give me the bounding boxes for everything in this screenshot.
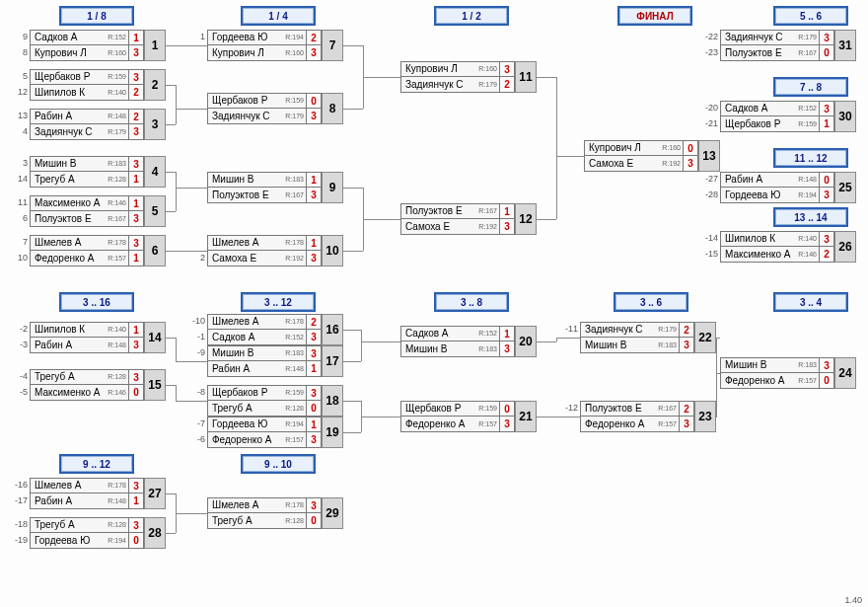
bracket-connector [363,219,364,251]
bracket-connector [166,338,176,339]
bracket-connector [343,361,361,362]
player-name: Федоренко АR:157 [580,417,679,432]
seed: 6 [10,213,28,223]
player-score: 0 [499,401,515,417]
player-score: 3 [679,417,694,432]
seed: -7 [187,418,205,428]
bracket-connector [361,341,400,342]
player-score: 3 [499,341,515,357]
bracket-connector [343,109,363,110]
match-27: 27Шмелев АR:1783Рабин АR:1481 [30,478,166,509]
player-name: Полуэктов ЕR:167 [580,401,679,417]
seed: -4 [10,371,28,381]
bracket-connector [363,188,364,219]
player-score: 1 [306,361,322,377]
seed: -20 [700,103,718,113]
player-score: 3 [128,156,144,172]
match-10: 10Шмелев АR:1781Самоха ЕR:1923 [207,235,343,266]
player-score: 3 [128,517,144,533]
bracket-connector [176,338,177,361]
bracket-connector [343,330,361,331]
match-29: 29Шмелев АR:1783Трегуб АR:1280 [207,497,343,529]
player-name: Шмелев АR:178 [207,314,306,330]
player-score: 3 [819,101,834,116]
player-name: Шмелев АR:178 [207,497,306,513]
seed: 10 [10,253,28,263]
seed: -10 [187,316,205,326]
player-name: Самоха ЕR:192 [584,156,683,172]
seed: -23 [700,47,718,57]
bracket-connector [176,513,207,514]
bracket-connector [537,417,556,417]
player-score: 2 [679,401,694,417]
player-score: 3 [819,231,834,247]
match-id: 24 [834,357,856,389]
player-name: Федоренко АR:157 [400,417,499,432]
seed: -1 [187,332,205,341]
match-19: 19Гордеева ЮR:1941Федоренко АR:1573 [207,417,343,448]
match-id: 4 [144,156,166,188]
player-name: Федоренко АR:157 [207,432,306,448]
player-name: Мишин ВR:183 [30,156,128,172]
bracket-connector [166,251,185,252]
match-id: 23 [694,401,716,432]
player-score: 3 [819,357,834,373]
match-id: 31 [834,30,856,61]
player-name: Максименко АR:146 [30,385,128,401]
player-score: 0 [819,45,834,61]
player-score: 2 [306,30,322,45]
player-name: Шипилов КR:140 [720,231,819,247]
bracket-connector [176,361,207,362]
player-name: Полуэктов ЕR:167 [720,45,819,61]
player-score: 1 [819,116,834,132]
seed: -5 [10,387,28,397]
player-score: 3 [306,330,322,345]
match-id: 12 [515,203,537,235]
match-16: 16Шмелев АR:1782Садков АR:1523 [207,314,343,345]
bracket-connector [166,493,176,494]
player-score: 1 [128,30,144,45]
match-2: 2Щербаков РR:1593Шипилов КR:1402 [30,69,166,101]
match-id: 8 [322,93,343,124]
match-id: 19 [322,417,343,448]
match-22: 22Задиянчук СR:1792Мишин ВR:1833 [580,322,716,353]
stage-s912: 9 .. 12 [61,456,132,472]
player-name: Федоренко АR:157 [30,251,128,266]
player-name: Полуэктов ЕR:167 [30,211,128,227]
seed: 3 [10,158,28,168]
bracket-connector [166,385,176,386]
stage-s312: 3 .. 12 [243,294,314,310]
player-name: Шмелев АR:178 [30,235,128,251]
bracket-connector [166,172,176,173]
match-id: 1 [144,30,166,61]
player-score: 0 [819,373,834,389]
match-24: 24Мишин ВR:1833Федоренко АR:1570 [720,357,856,389]
bracket-connector [176,85,177,109]
player-name: Задиянчук СR:179 [30,124,128,140]
player-name: Задиянчук СR:179 [720,30,819,45]
player-score: 1 [128,195,144,211]
seed: -12 [560,403,578,413]
match-id: 30 [834,101,856,132]
player-name: Самоха ЕR:192 [400,219,499,235]
player-score: 1 [499,326,515,341]
player-score: 3 [679,338,694,353]
seed: -28 [700,190,718,199]
bracket-connector [166,85,176,86]
seed: 14 [10,174,28,184]
stage-s34: 3 .. 4 [775,294,846,310]
player-name: Федоренко АR:157 [720,373,819,389]
bracket-connector [166,45,185,46]
seed: 1 [187,32,205,41]
bracket-connector [176,188,177,211]
bracket-connector [176,172,177,188]
bracket-connector [166,533,176,534]
match-9: 9Мишин ВR:1831Полуэктов ЕR:1673 [207,172,343,203]
match-30: 30Садков АR:1523Щербаков РR:1591 [720,101,856,132]
seed: -16 [10,480,28,490]
stage-s14: 1 / 4 [243,8,314,24]
player-name: Купрович ЛR:160 [30,45,128,61]
player-score: 3 [128,235,144,251]
seed: 9 [10,32,28,41]
player-score: 1 [128,322,144,338]
